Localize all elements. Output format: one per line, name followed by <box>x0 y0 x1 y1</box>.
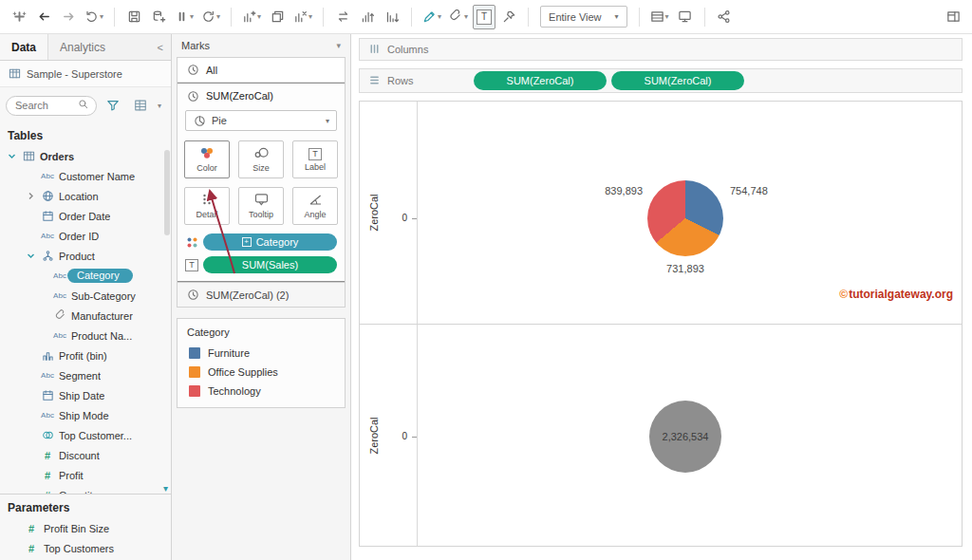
new-datasource-icon[interactable] <box>147 5 170 29</box>
clear-sheet-icon[interactable]: ▾ <box>290 5 315 29</box>
tree-item-order-id[interactable]: AbcOrder ID <box>0 226 171 246</box>
legend-label: Furniture <box>208 347 250 359</box>
collapse-pane-icon[interactable]: < <box>150 42 171 53</box>
pause-updates-icon[interactable]: ▾ <box>172 5 196 29</box>
save-icon[interactable] <box>122 5 145 29</box>
search-input[interactable] <box>13 99 78 112</box>
axis-label-top: ZeroCal <box>368 194 380 231</box>
chevron-down-icon[interactable]: ▾ <box>336 41 341 50</box>
datasource-row[interactable]: Sample - Superstore <box>0 61 171 87</box>
field-label: Customer Name <box>59 171 135 182</box>
clock-icon <box>186 64 199 76</box>
chart-canvas[interactable]: ZeroCal 0 839,893 754,748 731,893 ©tutor… <box>359 101 963 547</box>
undo-icon[interactable] <box>32 5 55 29</box>
sort-descending-icon[interactable] <box>381 5 403 29</box>
show-cards-icon[interactable]: ▾ <box>647 5 672 29</box>
share-icon[interactable] <box>713 5 736 29</box>
globe-icon <box>41 190 54 202</box>
field-label: Ship Mode <box>59 410 109 421</box>
duplicate-sheet-icon[interactable] <box>266 5 289 29</box>
angle-icon <box>308 193 323 208</box>
highlight-icon[interactable]: ▾ <box>420 5 444 29</box>
show-labels-icon[interactable]: T <box>473 5 495 29</box>
tree-item-segment[interactable]: AbcSegment <box>0 365 171 385</box>
axis-tick-top: 0 <box>384 213 407 223</box>
chevron-down-icon[interactable] <box>25 252 36 260</box>
marks-all-row[interactable]: All <box>178 58 345 83</box>
scrollbar-thumb[interactable] <box>164 150 170 235</box>
presentation-mode-icon[interactable] <box>674 5 697 29</box>
tab-analytics[interactable]: Analytics <box>48 34 117 60</box>
field-tree: OrdersAbcCustomer NameLocationOrder Date… <box>0 146 171 494</box>
new-worksheet-icon[interactable]: ▾ <box>239 5 264 29</box>
tree-item-customer-name[interactable]: AbcCustomer Name <box>0 166 171 186</box>
legend-item-office-supplies[interactable]: Office Supplies <box>178 363 345 382</box>
tree-item-category[interactable]: AbcCategory <box>0 266 171 286</box>
scroll-down-icon[interactable]: ▾ <box>163 483 168 494</box>
angle-button[interactable]: Angle <box>292 187 338 225</box>
parameter-top-customers[interactable]: #Top Customers <box>0 538 171 558</box>
rows-pill[interactable]: SUM(ZeroCal) <box>611 71 744 90</box>
legend-item-furniture[interactable]: Furniture <box>178 344 345 363</box>
redo-icon[interactable] <box>57 5 80 29</box>
marks-card-header[interactable]: SUM(ZeroCal) <box>178 84 345 108</box>
fit-selector[interactable]: Entire View▾ <box>540 6 626 28</box>
tree-item-product-na-[interactable]: AbcProduct Na... <box>0 326 171 345</box>
rows-shelf[interactable]: Rows SUM(ZeroCal)SUM(ZeroCal) <box>359 68 963 93</box>
tick-mark <box>412 218 417 219</box>
tree-item-product[interactable]: Product <box>0 246 171 266</box>
sort-ascending-icon[interactable] <box>356 5 379 29</box>
tree-item-profit[interactable]: #Profit <box>0 465 171 485</box>
size-button[interactable]: Size <box>238 140 284 178</box>
tree-item-sub-category[interactable]: AbcSub-Category <box>0 286 171 306</box>
tree-item-orders[interactable]: Orders <box>0 146 171 166</box>
search-box[interactable] <box>6 96 97 116</box>
tab-data[interactable]: Data <box>0 34 48 60</box>
swap-axes-icon[interactable] <box>331 5 354 29</box>
legend-swatch <box>189 366 200 378</box>
tree-item-discount[interactable]: #Discount <box>0 445 171 465</box>
chevron-down-icon: ▾ <box>665 12 669 21</box>
tree-item-location[interactable]: Location <box>0 186 171 206</box>
toolbar-divider <box>704 8 705 27</box>
marks-second-card[interactable]: SUM(ZeroCal) (2) <box>178 282 345 307</box>
view-data-grid-icon[interactable] <box>129 93 152 118</box>
group-members-icon[interactable]: ▾ <box>446 5 471 29</box>
color-button[interactable]: Color <box>184 140 230 178</box>
tree-item-manufacturer[interactable]: Manufacturer <box>0 306 171 326</box>
detail-button[interactable]: Detail <box>184 187 230 225</box>
mark-type-select[interactable]: Pie ▾ <box>185 110 337 131</box>
field-label: Product <box>59 251 95 262</box>
pill-category[interactable]: +Category <box>203 233 337 251</box>
pane-top: ZeroCal 0 839,893 754,748 731,893 ©tutor… <box>360 102 962 325</box>
toolbar-divider <box>528 8 529 27</box>
pie-chart[interactable] <box>647 180 723 256</box>
tree-item-ship-date[interactable]: Ship Date <box>0 385 171 405</box>
rows-pill[interactable]: SUM(ZeroCal) <box>474 71 607 90</box>
chevron-down-icon[interactable]: ▾ <box>158 102 161 110</box>
marks-card: All SUM(ZeroCal) Pie ▾ ColorSizeTLabelDe… <box>177 57 346 308</box>
replay-icon[interactable]: ▾ <box>82 5 106 29</box>
refresh-icon[interactable]: ▾ <box>198 5 223 29</box>
legend-item-technology[interactable]: Technology <box>178 382 345 401</box>
filter-funnel-icon[interactable] <box>102 93 124 118</box>
parameter-profit-bin-size[interactable]: #Profit Bin Size <box>0 518 171 538</box>
tree-item-order-date[interactable]: Order Date <box>0 206 171 226</box>
watermark-symbol: © <box>839 288 848 301</box>
tree-item-top-customer-[interactable]: Top Customer... <box>0 425 171 445</box>
tree-item-profit-bin-[interactable]: Profit (bin) <box>0 345 171 365</box>
show-me-icon[interactable] <box>942 5 964 29</box>
marks-shelf-pills: +CategoryTSUM(Sales) <box>178 231 345 276</box>
tree-item-ship-mode[interactable]: AbcShip Mode <box>0 405 171 425</box>
label-button[interactable]: TLabel <box>292 140 338 178</box>
table-icon <box>22 150 35 162</box>
total-circle-mark[interactable]: 2,326,534 <box>649 401 721 473</box>
tooltip-button[interactable]: Tooltip <box>238 187 284 225</box>
chevron-down-icon: ▾ <box>308 12 312 21</box>
chevron-right-icon[interactable] <box>25 192 36 200</box>
tree-item-quantity[interactable]: #Quantity <box>0 485 171 494</box>
chevron-down-icon[interactable] <box>6 152 17 160</box>
columns-shelf[interactable]: Columns <box>359 38 963 61</box>
pill-sum-sales-[interactable]: SUM(Sales) <box>203 256 337 273</box>
fix-axes-icon[interactable] <box>497 5 520 29</box>
